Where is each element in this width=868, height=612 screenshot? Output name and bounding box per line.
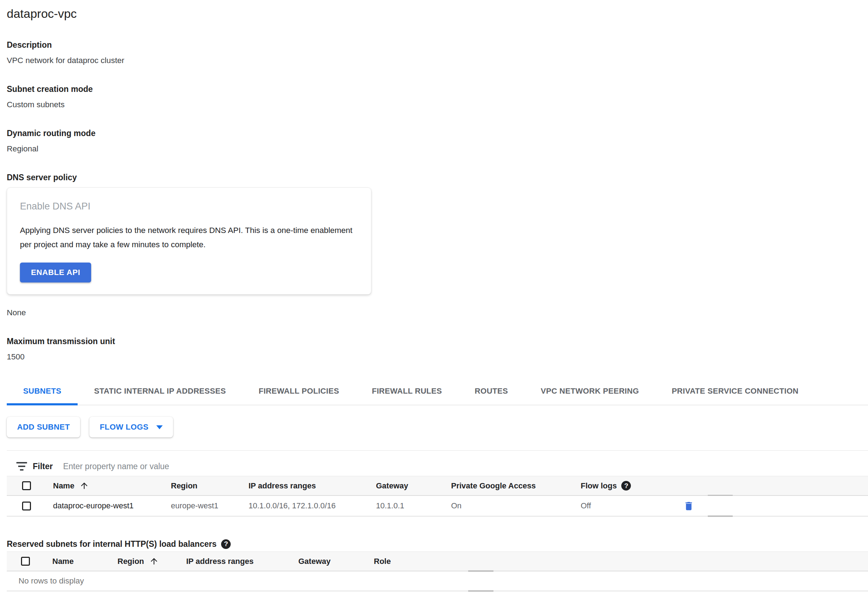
filter-icon: [16, 462, 27, 471]
page-title: dataproc-vpc: [7, 6, 868, 22]
empty-table-row: No rows to display: [7, 572, 868, 591]
dynamic-routing-mode-label: Dynamic routing mode: [7, 128, 868, 138]
subnet-gateway: 10.1.0.1: [376, 501, 451, 511]
column-header-gateway[interactable]: Gateway: [298, 557, 374, 566]
tab-subnets[interactable]: SUBNETS: [7, 385, 78, 405]
subnets-toolbar: ADD SUBNET FLOW LOGS: [7, 417, 868, 438]
tab-firewall-policies[interactable]: FIREWALL POLICIES: [242, 385, 355, 405]
description-label: Description: [7, 40, 868, 50]
help-icon[interactable]: ?: [221, 539, 231, 549]
sort-ascending-icon: [79, 481, 89, 491]
tab-private-service-connection[interactable]: PRIVATE SERVICE CONNECTION: [656, 385, 815, 405]
flow-logs-button-label: FLOW LOGS: [100, 422, 149, 432]
dns-server-policy-label: DNS server policy: [7, 172, 868, 182]
scrollbar-notch: [708, 516, 733, 517]
tab-static-internal-ip-addresses[interactable]: STATIC INTERNAL IP ADDRESSES: [78, 385, 242, 405]
column-header-gateway[interactable]: Gateway: [376, 481, 451, 491]
subnet-private-google-access: On: [451, 501, 581, 511]
column-header-ip-ranges[interactable]: IP address ranges: [248, 481, 376, 491]
column-header-ip-ranges[interactable]: IP address ranges: [186, 557, 298, 566]
reserved-subnets-table: Name Region IP address ranges Gateway Ro…: [7, 551, 868, 591]
subnets-table: Name Region IP address ranges Gateway Pr…: [7, 476, 868, 517]
reserved-subnets-title: Reserved subnets for internal HTTP(S) lo…: [7, 539, 868, 549]
select-all-checkbox[interactable]: [21, 557, 30, 566]
enable-api-button[interactable]: ENABLE API: [20, 263, 91, 283]
subnet-flow-logs: Off: [581, 501, 683, 511]
description-value: VPC network for dataproc cluster: [7, 56, 868, 65]
add-subnet-button[interactable]: ADD SUBNET: [7, 417, 80, 438]
tab-vpc-network-peering[interactable]: VPC NETWORK PEERING: [524, 385, 656, 405]
column-header-role[interactable]: Role: [374, 557, 868, 566]
mtu-label: Maximum transmission unit: [7, 336, 868, 346]
column-header-region-label: Region: [118, 557, 144, 566]
column-header-name[interactable]: Name: [52, 557, 118, 566]
enable-dns-api-card: Enable DNS API Applying DNS server polic…: [7, 187, 371, 295]
tab-routes[interactable]: ROUTES: [458, 385, 524, 405]
column-header-name[interactable]: Name: [53, 481, 171, 491]
subnet-creation-mode-label: Subnet creation mode: [7, 84, 868, 94]
subnets-table-header: Name Region IP address ranges Gateway Pr…: [7, 476, 868, 496]
filter-label: Filter: [33, 462, 53, 471]
sort-ascending-icon: [149, 556, 159, 566]
network-detail-tabs: SUBNETS STATIC INTERNAL IP ADDRESSES FIR…: [7, 385, 868, 405]
column-header-region[interactable]: Region: [118, 556, 186, 566]
help-icon[interactable]: ?: [621, 481, 631, 491]
toolbar-divider: [7, 450, 868, 450]
select-all-checkbox[interactable]: [22, 481, 31, 490]
flow-logs-button[interactable]: FLOW LOGS: [89, 417, 173, 438]
column-header-private-google-access[interactable]: Private Google Access: [451, 481, 581, 491]
subnet-creation-mode-value: Custom subnets: [7, 100, 868, 110]
scrollbar-notch: [468, 590, 493, 592]
row-checkbox[interactable]: [22, 502, 31, 511]
mtu-value: 1500: [7, 352, 868, 362]
reserved-subnets-title-label: Reserved subnets for internal HTTP(S) lo…: [7, 539, 217, 549]
dns-card-title: Enable DNS API: [20, 200, 358, 213]
column-header-name-label: Name: [53, 481, 74, 491]
filter-bar: Filter: [7, 457, 868, 476]
chevron-down-icon: [156, 426, 163, 429]
empty-table-message: No rows to display: [19, 576, 84, 586]
delete-subnet-button[interactable]: [683, 500, 694, 511]
subnet-ip-ranges: 10.1.0.0/16, 172.1.0.0/16: [248, 501, 376, 511]
column-header-flow-logs[interactable]: Flow logs ?: [581, 481, 683, 491]
filter-input[interactable]: [63, 462, 383, 471]
column-header-region[interactable]: Region: [171, 481, 248, 491]
tab-firewall-rules[interactable]: FIREWALL RULES: [355, 385, 458, 405]
add-subnet-button-label: ADD SUBNET: [17, 422, 70, 432]
table-row: dataproc-europe-west1 europe-west1 10.1.…: [7, 496, 868, 517]
dns-card-body: Applying DNS server policies to the netw…: [20, 224, 358, 252]
subnet-region: europe-west1: [171, 501, 248, 511]
subnet-name[interactable]: dataproc-europe-west1: [53, 501, 171, 511]
reserved-table-header: Name Region IP address ranges Gateway Ro…: [7, 551, 868, 572]
trash-icon: [683, 500, 694, 511]
dynamic-routing-mode-value: Regional: [7, 144, 868, 154]
dns-server-policy-value: None: [7, 308, 868, 318]
column-header-flow-logs-label: Flow logs: [581, 481, 617, 491]
